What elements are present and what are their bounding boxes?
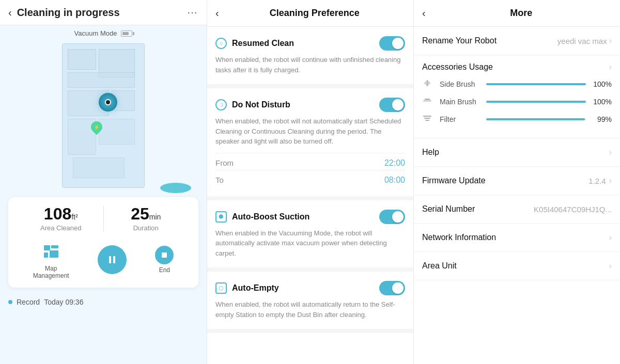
network-item[interactable]: Network Information ›	[414, 224, 620, 252]
map-icon	[40, 240, 63, 263]
cleaning-header: ‹ Cleaning in progress ⋯	[0, 0, 207, 25]
from-time-row: From 22:00	[215, 153, 405, 170]
main-brush-pct: 100%	[592, 98, 612, 106]
map-management-button[interactable]: MapManagement	[33, 240, 69, 279]
end-icon	[155, 246, 174, 264]
duration-value: 25	[131, 204, 149, 223]
svg-rect-2	[44, 252, 48, 258]
more-title: More	[431, 8, 612, 19]
firmware-item[interactable]: Firmware Update 1.2.4 ›	[414, 167, 620, 195]
more-list: Rename Your Robot yeedi vac max › Access…	[414, 27, 620, 364]
auto-empty-title: Auto-Empty	[232, 283, 279, 293]
firmware-value: 1.2.4	[588, 177, 606, 185]
auto-boost-desc: When enabled in the Vacuuming Mode, the …	[215, 228, 405, 259]
side-brush-icon	[422, 78, 435, 90]
stats-card: 108ft² Area Cleaned 25min Duration	[8, 197, 198, 288]
firmware-chevron-icon: ›	[609, 176, 612, 185]
duration-label: Duration	[104, 224, 189, 232]
page-title: Cleaning in progress	[17, 7, 187, 19]
auto-boost-icon: ⬢	[215, 211, 227, 223]
help-item[interactable]: Help ›	[414, 138, 620, 167]
auto-empty-icon: ⬡	[215, 282, 227, 294]
do-not-disturb-desc: When enabled, the robot will not automat…	[215, 116, 405, 147]
back-button[interactable]: ‹	[8, 7, 12, 19]
rename-item[interactable]: Rename Your Robot yeedi vac max ›	[414, 27, 620, 55]
main-brush-row: Main Brush 100%	[422, 96, 612, 108]
pause-button[interactable]	[98, 245, 127, 274]
area-unit-item[interactable]: Area Unit ›	[414, 252, 620, 280]
filter-row: Filter 99%	[422, 113, 612, 125]
main-brush-icon	[422, 96, 435, 108]
auto-empty-section: ⬡ Auto-Empty When enabled, the robot wil…	[207, 272, 413, 333]
to-time-row: To 08:00	[215, 170, 405, 187]
to-value[interactable]: 08:00	[384, 176, 405, 185]
do-not-disturb-icon: ☽	[215, 99, 227, 110]
auto-empty-toggle[interactable]	[379, 281, 405, 295]
from-value[interactable]: 22:00	[384, 159, 405, 168]
rename-chevron-icon: ›	[609, 36, 612, 45]
do-not-disturb-title: Do Not Disturb	[232, 100, 290, 109]
auto-empty-desc: When enabled, the robot will automatical…	[215, 299, 405, 320]
svg-rect-0	[44, 245, 50, 250]
preference-header: ‹ Cleaning Preference	[207, 0, 413, 27]
main-brush-bar	[486, 101, 586, 103]
main-brush-bar-wrap	[486, 101, 586, 103]
network-chevron-icon: ›	[609, 233, 612, 242]
record-bar: Record Today 09:36	[0, 293, 207, 311]
network-label: Network Information	[422, 233, 496, 242]
do-not-disturb-section: ☽ Do Not Disturb When enabled, the robot…	[207, 88, 413, 200]
resumed-clean-section: ○ Resumed Clean When enabled, the robot …	[207, 27, 413, 88]
area-value: 108	[44, 204, 71, 223]
side-brush-row: Side Brush 100%	[422, 78, 612, 90]
side-brush-pct: 100%	[592, 80, 612, 88]
svg-rect-1	[51, 245, 58, 248]
from-label: From	[215, 159, 234, 167]
filter-pct: 99%	[592, 115, 612, 123]
resumed-clean-desc: When enabled, the robot will continue wi…	[215, 55, 405, 75]
preference-title: Cleaning Preference	[224, 8, 405, 19]
auto-boost-section: ⬢ Auto-Boost Suction When enabled in the…	[207, 200, 413, 272]
svg-rect-9	[425, 99, 430, 100]
auto-boost-toggle[interactable]	[379, 210, 405, 224]
serial-label: Serial Number	[422, 204, 475, 214]
end-label: End	[159, 266, 170, 274]
preference-panel: ‹ Cleaning Preference ○ Resumed Clean Wh…	[207, 0, 413, 364]
record-label: Record	[17, 298, 40, 306]
auto-boost-title: Auto-Boost Suction	[232, 212, 309, 221]
more-header: ‹ More	[414, 0, 620, 27]
preference-back-button[interactable]: ‹	[215, 7, 219, 19]
svg-rect-6	[162, 252, 167, 258]
serial-value: K05I40647C09HJ1Q...	[534, 205, 612, 214]
filter-icon	[422, 113, 435, 125]
serial-item: Serial Number K05I40647C09HJ1Q...	[414, 195, 620, 224]
battery-icon	[121, 30, 132, 37]
pause-icon	[98, 245, 127, 274]
area-unit: ft²	[71, 213, 78, 221]
filter-bar-wrap	[486, 118, 586, 120]
more-back-button[interactable]: ‹	[422, 7, 426, 19]
svg-rect-8	[423, 100, 431, 102]
vacuum-mode-label: Vacuum Mode	[74, 29, 117, 37]
to-label: To	[215, 176, 224, 184]
area-unit-chevron-icon: ›	[609, 261, 612, 271]
do-not-disturb-toggle[interactable]	[379, 98, 405, 112]
duration-unit: min	[149, 213, 161, 221]
more-dots-button[interactable]: ⋯	[187, 6, 198, 19]
resumed-clean-title: Resumed Clean	[232, 39, 294, 48]
more-panel: ‹ More Rename Your Robot yeedi vac max ›…	[413, 0, 620, 364]
end-button[interactable]: End	[155, 246, 174, 274]
svg-rect-11	[424, 118, 430, 119]
firmware-label: Firmware Update	[422, 176, 486, 185]
rename-label: Rename Your Robot	[422, 36, 497, 45]
map-management-label: MapManagement	[33, 265, 69, 279]
main-brush-name: Main Brush	[440, 98, 486, 106]
cleaning-panel: ‹ Cleaning in progress ⋯ Vacuum Mode	[0, 0, 207, 364]
map-view[interactable]	[62, 43, 145, 188]
area-unit-label: Area Unit	[422, 261, 457, 271]
svg-rect-12	[425, 120, 429, 121]
side-brush-bar-wrap	[486, 83, 586, 85]
resumed-clean-toggle[interactable]	[379, 36, 405, 51]
resumed-clean-icon: ○	[215, 38, 227, 49]
svg-rect-4	[109, 256, 111, 263]
area-stat: 108ft² Area Cleaned	[19, 205, 103, 232]
